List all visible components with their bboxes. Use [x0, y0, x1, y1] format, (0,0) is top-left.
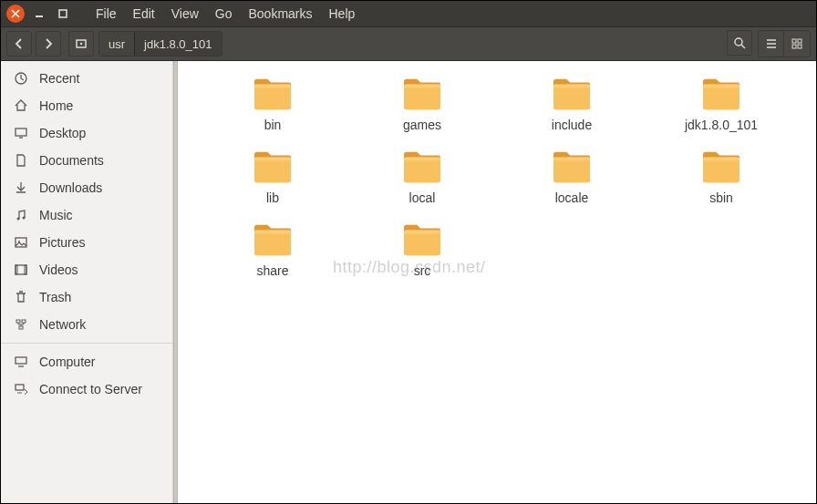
sidebar-item-home[interactable]: Home — [1, 92, 172, 119]
sidebar-item-label: Pictures — [39, 235, 86, 250]
nav-forward-button[interactable] — [36, 31, 61, 57]
server-icon — [14, 382, 28, 396]
folder-src[interactable]: src — [349, 221, 495, 278]
sidebar-item-connect-server[interactable]: Connect to Server — [1, 375, 172, 403]
clock-icon — [14, 71, 28, 86]
sidebar-item-desktop[interactable]: Desktop — [1, 119, 172, 147]
folder-icon — [252, 149, 294, 185]
folder-games[interactable]: games — [349, 76, 495, 132]
folder-icon — [551, 76, 593, 112]
window-close-button[interactable] — [6, 5, 25, 23]
folder-icon — [700, 76, 742, 112]
folder-include[interactable]: include — [499, 76, 645, 132]
path-bar: usr jdk1.8.0_101 — [98, 31, 222, 57]
window-minimize-button[interactable] — [30, 5, 48, 23]
sidebar-item-computer[interactable]: Computer — [1, 348, 172, 375]
path-segment-current[interactable]: jdk1.8.0_101 — [135, 32, 221, 56]
sidebar-item-network[interactable]: Network — [1, 311, 172, 338]
svg-rect-18 — [16, 320, 20, 323]
svg-rect-13 — [16, 238, 26, 247]
sidebar-item-recent[interactable]: Recent — [1, 65, 172, 92]
svg-rect-1 — [59, 10, 67, 17]
sidebar-item-label: Desktop — [39, 126, 86, 140]
folder-label: include — [552, 118, 592, 132]
folder-bin[interactable]: bin — [200, 76, 346, 132]
folder-local[interactable]: local — [349, 149, 495, 205]
folder-grid: bingamesincludejdk1.8.0_101liblocallocal… — [200, 76, 794, 278]
folder-icon — [401, 221, 443, 258]
sidebar-item-label: Documents — [39, 153, 104, 168]
svg-rect-7 — [792, 45, 796, 48]
svg-rect-22 — [16, 385, 24, 390]
sidebar-item-label: Recent — [39, 71, 79, 86]
svg-rect-6 — [798, 39, 801, 43]
svg-point-12 — [23, 217, 26, 220]
menu-file[interactable]: File — [88, 4, 124, 24]
svg-rect-21 — [16, 357, 26, 364]
sidebar-item-label: Home — [39, 98, 73, 113]
folder-label: jdk1.8.0_101 — [685, 118, 758, 132]
svg-point-11 — [17, 218, 20, 221]
svg-rect-0 — [36, 15, 43, 17]
folder-label: games — [403, 118, 441, 132]
menu-help[interactable]: Help — [322, 4, 363, 24]
svg-point-3 — [80, 43, 82, 45]
music-icon — [14, 208, 28, 222]
menu-go[interactable]: Go — [208, 4, 240, 24]
svg-rect-17 — [25, 265, 26, 274]
sidebar-item-trash[interactable]: Trash — [1, 283, 172, 311]
svg-rect-19 — [22, 320, 26, 323]
menu-edit[interactable]: Edit — [126, 4, 162, 24]
sidebar-item-documents[interactable]: Documents — [1, 147, 172, 174]
sidebar-item-downloads[interactable]: Downloads — [1, 174, 172, 201]
menu-bookmarks[interactable]: Bookmarks — [241, 4, 319, 24]
folder-share[interactable]: share — [200, 221, 346, 278]
sidebar: Recent Home Desktop Documents Downloads … — [1, 61, 173, 503]
menubar: File Edit View Go Bookmarks Help — [88, 4, 362, 24]
folder-sbin[interactable]: sbin — [648, 149, 794, 205]
window-maximize-button[interactable] — [54, 5, 72, 23]
computer-icon — [14, 355, 28, 369]
svg-rect-20 — [19, 326, 23, 329]
folder-icon — [700, 149, 742, 185]
download-icon — [14, 180, 28, 195]
view-grid-button[interactable] — [784, 31, 810, 57]
folder-icon — [401, 149, 443, 185]
documents-icon — [14, 153, 28, 168]
sidebar-item-music[interactable]: Music — [1, 201, 172, 229]
sidebar-item-label: Trash — [39, 290, 71, 304]
folder-label: bin — [264, 118, 282, 132]
svg-rect-16 — [16, 265, 17, 274]
view-list-button[interactable] — [759, 31, 784, 57]
desktop-icon — [14, 126, 28, 140]
folder-label: sbin — [709, 190, 733, 205]
folder-lib[interactable]: lib — [200, 149, 346, 205]
folder-jdk1.8.0_101[interactable]: jdk1.8.0_101 — [648, 76, 794, 132]
folder-icon — [252, 76, 294, 112]
sidebar-item-label: Downloads — [39, 180, 102, 195]
folder-icon — [401, 76, 443, 112]
sidebar-item-label: Network — [39, 317, 86, 332]
pictures-icon — [14, 235, 28, 250]
network-icon — [14, 317, 28, 332]
toolbar: usr jdk1.8.0_101 — [1, 26, 816, 61]
sidebar-separator — [1, 343, 172, 344]
nav-back-button[interactable] — [6, 31, 32, 57]
sidebar-item-pictures[interactable]: Pictures — [1, 229, 172, 256]
path-root-button[interactable] — [68, 31, 94, 57]
sidebar-item-label: Music — [39, 208, 73, 222]
path-segment-usr[interactable]: usr — [99, 32, 135, 56]
content-area[interactable]: bingamesincludejdk1.8.0_101liblocallocal… — [178, 61, 816, 503]
trash-icon — [14, 290, 28, 304]
search-button[interactable] — [727, 30, 752, 56]
svg-rect-5 — [792, 39, 796, 43]
svg-point-4 — [735, 38, 742, 46]
sidebar-item-label: Connect to Server — [39, 382, 142, 396]
folder-locale[interactable]: locale — [499, 149, 645, 205]
sidebar-item-label: Computer — [39, 355, 95, 369]
home-icon — [14, 98, 28, 113]
folder-label: locale — [555, 190, 589, 205]
menu-view[interactable]: View — [164, 4, 206, 24]
folder-label: src — [414, 263, 431, 278]
sidebar-item-videos[interactable]: Videos — [1, 256, 172, 283]
